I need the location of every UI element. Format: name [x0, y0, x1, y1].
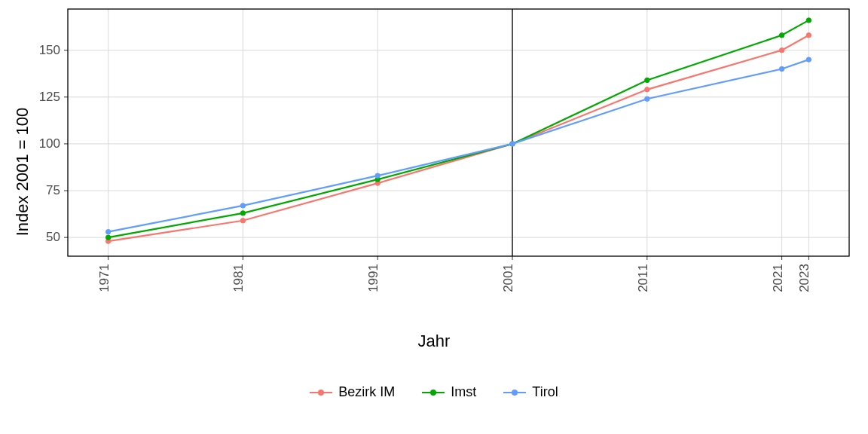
- x-tick-label: 1971: [97, 264, 112, 292]
- legend-label: Tirol: [532, 384, 558, 400]
- series-point: [105, 229, 110, 234]
- y-tick-label: 150: [39, 43, 60, 57]
- series-point: [779, 66, 784, 71]
- legend-dot-icon: [318, 390, 324, 396]
- legend-item-bezirk-im: Bezirk IM: [310, 384, 395, 400]
- series-point: [806, 18, 811, 23]
- series-point: [645, 96, 649, 101]
- chart-container: Index 2001 = 100 50751001251501971198119…: [0, 0, 868, 434]
- chart-plot: 5075100125150197119811991200120112021202…: [0, 0, 868, 301]
- legend-swatch-tirol: [503, 388, 526, 397]
- y-tick-label: 100: [39, 136, 60, 151]
- y-axis-title: Index 2001 = 100: [8, 0, 38, 344]
- series-point: [240, 203, 245, 208]
- legend-dot-icon: [430, 390, 436, 396]
- y-tick-label: 50: [46, 230, 60, 244]
- series-point: [240, 219, 245, 223]
- x-axis-title: Jahr: [0, 332, 868, 351]
- x-tick-label: 2011: [636, 264, 650, 292]
- series-point: [375, 173, 380, 178]
- legend-label: Imst: [451, 384, 476, 400]
- series-point: [645, 78, 649, 82]
- x-axis-title-text: Jahr: [418, 332, 451, 350]
- series-point: [510, 142, 515, 146]
- series-line: [108, 20, 809, 237]
- panel-border: [68, 9, 849, 256]
- series-line: [108, 60, 809, 232]
- y-tick-label: 125: [39, 90, 60, 104]
- y-tick-label: 75: [46, 183, 60, 197]
- legend-label: Bezirk IM: [338, 384, 395, 400]
- legend-dot-icon: [512, 390, 518, 396]
- x-tick-label: 2023: [797, 264, 811, 292]
- series-point: [240, 211, 245, 215]
- series-line: [108, 35, 809, 241]
- legend: Bezirk IM Imst Tirol: [0, 384, 868, 400]
- legend-swatch-imst: [422, 388, 445, 397]
- x-tick-label: 2021: [771, 264, 785, 292]
- series-point: [806, 57, 811, 62]
- y-axis-title-text: Index 2001 = 100: [13, 108, 32, 237]
- x-tick-label: 1981: [231, 264, 246, 292]
- legend-item-imst: Imst: [422, 384, 476, 400]
- series-point: [645, 87, 649, 92]
- series-point: [779, 47, 784, 52]
- series-point: [779, 33, 784, 38]
- legend-swatch-bezirk-im: [310, 388, 332, 397]
- x-tick-label: 2001: [501, 264, 515, 292]
- series-point: [105, 235, 110, 240]
- legend-item-tirol: Tirol: [503, 384, 558, 400]
- x-tick-label: 1991: [366, 264, 381, 292]
- series-point: [806, 33, 811, 38]
- grid: [68, 9, 849, 256]
